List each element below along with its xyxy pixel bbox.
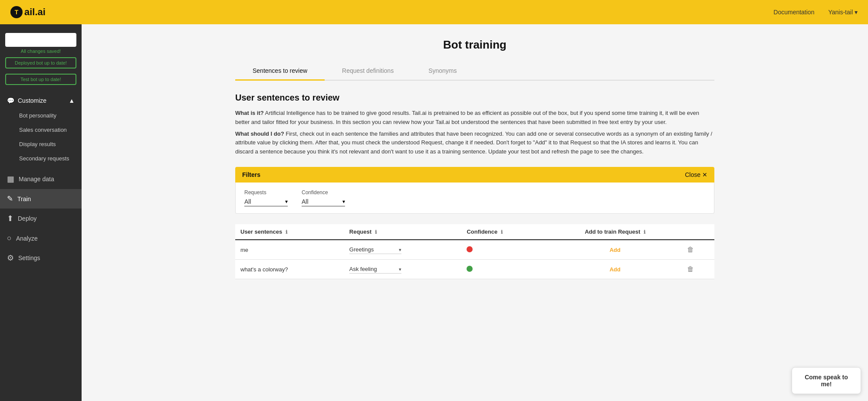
user-label: Yanis-tail	[828, 9, 853, 16]
sidebar-item-label: Manage data	[19, 176, 54, 183]
col-request: Request ℹ	[344, 224, 462, 240]
logo-text: ail.ai	[24, 7, 46, 18]
sidebar-item-label: Deploy	[18, 215, 37, 222]
what-should-text: What should I do? First, check out in ea…	[235, 130, 714, 156]
sidebar-sub-item-secondary[interactable]: Secondary requests	[0, 151, 82, 166]
requests-select[interactable]: All	[244, 197, 288, 206]
requests-select-wrap: All	[244, 197, 288, 206]
request-select-1[interactable]: Ask feeling	[349, 265, 401, 274]
manage-data-icon: ▦	[7, 174, 14, 184]
sidebar-item-settings[interactable]: ⚙ Settings	[0, 248, 82, 268]
topbar: T ail.ai Documentation Yanis-tail ▾	[0, 0, 868, 24]
customize-icon: 💬	[7, 97, 14, 104]
confidence-cell	[461, 240, 548, 260]
filters-row: Requests All Confidence All	[244, 189, 705, 206]
requests-filter-label: Requests	[244, 189, 288, 196]
chat-bubble[interactable]: Come speak to me!	[792, 367, 861, 394]
topbar-right: Documentation Yanis-tail ▾	[773, 9, 858, 16]
analyze-icon: ○	[7, 234, 12, 243]
sidebar-item-label: Analyze	[16, 235, 38, 242]
main-content: Bot training Sentences to review Request…	[82, 24, 868, 401]
what-is-it-text: What is it? Artificial Intelligence has …	[235, 109, 714, 127]
deploy-icon: ⬆	[7, 214, 13, 223]
user-menu[interactable]: Yanis-tail ▾	[828, 9, 858, 16]
confidence-select-wrap: All	[302, 197, 345, 206]
test-btn[interactable]: Test bot up to date!	[5, 74, 76, 85]
col-request-info-icon[interactable]: ℹ	[375, 229, 377, 235]
train-icon: ✎	[7, 194, 13, 203]
logo[interactable]: T ail.ai	[10, 6, 46, 18]
request-select-wrap: Greetings	[349, 245, 401, 254]
content-area: Bot training Sentences to review Request…	[214, 24, 735, 293]
sidebar-top: All changes saved! Deployed bot up to da…	[0, 29, 82, 93]
user-dropdown-icon: ▾	[855, 9, 858, 16]
confidence-dot-red	[467, 246, 473, 252]
col-add-info-icon[interactable]: ℹ	[644, 229, 645, 235]
deployed-btn[interactable]: Deployed bot up to date!	[5, 57, 76, 68]
sidebar: All changes saved! Deployed bot up to da…	[0, 24, 82, 401]
request-cell: Greetings	[344, 240, 462, 260]
close-icon: ✕	[702, 171, 707, 178]
requests-filter: Requests All	[244, 189, 288, 206]
request-cell: Ask feeling	[344, 260, 462, 279]
col-add-to-train: Add to train Request ℹ	[549, 224, 682, 240]
bot-selector[interactable]	[5, 33, 76, 47]
col-confidence: Confidence ℹ	[461, 224, 548, 240]
confidence-filter-label: Confidence	[302, 189, 345, 196]
add-button-1[interactable]: Add	[609, 266, 620, 273]
sentence-cell: what's a colorway?	[235, 260, 344, 279]
what-should-label: What should I do?	[235, 130, 284, 137]
sidebar-item-analyze[interactable]: ○ Analyze	[0, 228, 82, 248]
sidebar-item-deploy[interactable]: ⬆ Deploy	[0, 209, 82, 228]
settings-icon: ⚙	[7, 253, 14, 263]
customize-chevron: ▲	[69, 97, 75, 104]
customize-section: 💬 Customize ▲ Bot personality Sales conv…	[0, 93, 82, 169]
add-button-0[interactable]: Add	[609, 247, 620, 253]
sidebar-sub-item-display[interactable]: Display results	[0, 137, 82, 151]
delete-cell: 🗑	[682, 240, 714, 260]
table-row: what's a colorway? Ask feeling Add	[235, 260, 714, 279]
col-confidence-info-icon[interactable]: ℹ	[501, 229, 503, 235]
tab-sentences-to-review[interactable]: Sentences to review	[235, 62, 325, 81]
saved-status: All changes saved!	[5, 49, 76, 54]
confidence-select[interactable]: All	[302, 197, 345, 206]
sidebar-item-label: Settings	[18, 254, 40, 261]
confidence-filter: Confidence All	[302, 189, 345, 206]
tab-request-definitions[interactable]: Request definitions	[325, 62, 411, 81]
section-title: User sentences to review	[235, 93, 714, 103]
tab-bar: Sentences to review Request definitions …	[235, 62, 714, 81]
sentences-table: User sentences ℹ Request ℹ Confidence ℹ …	[235, 224, 714, 279]
col-sentences-info-icon[interactable]: ℹ	[286, 229, 287, 235]
sidebar-item-train[interactable]: ✎ Train	[0, 189, 82, 209]
request-select-wrap: Ask feeling	[349, 265, 401, 274]
documentation-link[interactable]: Documentation	[773, 9, 814, 16]
sidebar-item-manage-data[interactable]: ▦ Manage data	[0, 169, 82, 189]
sidebar-item-label: Train	[17, 196, 31, 202]
sidebar-sub-item-sales[interactable]: Sales conversation	[0, 123, 82, 137]
delete-button-1[interactable]: 🗑	[687, 265, 694, 273]
filters-label: Filters	[242, 171, 260, 178]
table-row: me Greetings Add	[235, 240, 714, 260]
add-cell: Add	[549, 240, 682, 260]
confidence-dot-green	[467, 266, 473, 272]
delete-button-0[interactable]: 🗑	[687, 246, 694, 253]
filters-section: Filters Close ✕ Requests All	[235, 167, 714, 214]
sidebar-sub-item-bot-personality[interactable]: Bot personality	[0, 108, 82, 123]
page-title: Bot training	[235, 38, 714, 52]
sentence-cell: me	[235, 240, 344, 260]
filters-bar: Filters Close ✕	[235, 167, 714, 183]
col-user-sentences: User sentences ℹ	[235, 224, 344, 240]
customize-label: Customize	[18, 97, 46, 104]
customize-header[interactable]: 💬 Customize ▲	[0, 93, 82, 108]
tab-synonyms[interactable]: Synonyms	[411, 62, 474, 81]
what-is-it-label: What is it?	[235, 110, 264, 116]
request-select-0[interactable]: Greetings	[349, 245, 401, 254]
filters-close-button[interactable]: Close ✕	[685, 171, 707, 178]
confidence-cell	[461, 260, 548, 279]
add-cell: Add	[549, 260, 682, 279]
logo-icon: T	[10, 6, 23, 18]
delete-cell: 🗑	[682, 260, 714, 279]
filters-body: Requests All Confidence All	[235, 183, 714, 214]
